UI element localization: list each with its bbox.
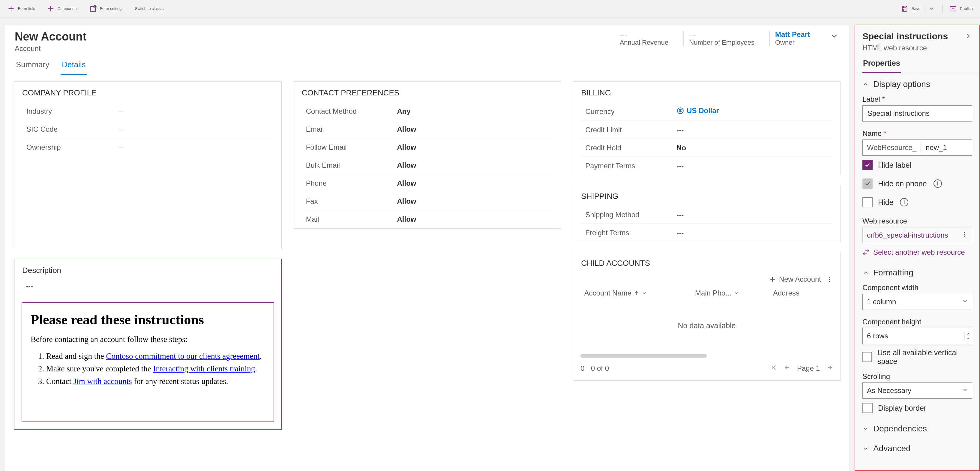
contoso-commitment-link[interactable]: Contoso commitment to our clients agreee…	[106, 352, 259, 361]
save-label: Save	[912, 6, 921, 11]
step3-text-b: for any recent status updates.	[132, 377, 228, 386]
save-button[interactable]: Save	[900, 3, 922, 14]
header-stat-owner[interactable]: Matt Peart Owner	[769, 30, 815, 46]
name-input[interactable]: WebResource_	[862, 140, 972, 156]
web-resource-more-icon[interactable]	[961, 231, 968, 239]
save-chevron-down[interactable]	[925, 5, 937, 13]
section-display-options[interactable]: Display options	[855, 73, 979, 93]
web-resource-value-row[interactable]: crfb6_special-instructions	[862, 227, 972, 243]
credit-hold-label: Credit Hold	[581, 144, 676, 152]
step2-text-b: .	[255, 364, 257, 373]
publish-button[interactable]: Publish	[948, 3, 974, 14]
jim-accounts-link[interactable]: Jim with accounts	[73, 377, 132, 386]
more-commands-button[interactable]	[826, 276, 833, 283]
section-shipping[interactable]: SHIPPING Shipping Method --- Freight Ter…	[573, 185, 840, 242]
section-company-profile[interactable]: COMPANY PROFILE Industry --- SIC Code --…	[14, 81, 282, 249]
field-bulk-email[interactable]: Bulk Email Allow	[301, 156, 554, 174]
svg-rect-7	[903, 6, 906, 8]
properties-panel: Special instructions HTML web resource P…	[854, 25, 980, 471]
bulk-email-value: Allow	[397, 161, 554, 170]
section-billing[interactable]: BILLING Currency US Dollar Credit Limit …	[573, 81, 840, 175]
field-fax[interactable]: Fax Allow	[301, 192, 554, 210]
field-credit-hold[interactable]: Credit Hold No	[581, 139, 833, 157]
training-link[interactable]: Interacting with clients training	[153, 364, 255, 373]
step1-text-b: .	[260, 352, 262, 361]
width-select[interactable]: 1 column	[862, 294, 972, 310]
display-border-checkbox[interactable]	[862, 403, 873, 413]
tab-details[interactable]: Details	[60, 57, 87, 75]
industry-value: ---	[118, 107, 274, 116]
properties-tab[interactable]: Properties	[862, 55, 901, 73]
section-contact-preferences[interactable]: CONTACT PREFERENCES Contact Method Any E…	[294, 81, 561, 229]
field-credit-limit[interactable]: Credit Limit ---	[581, 121, 833, 139]
field-freight-terms[interactable]: Freight Terms ---	[581, 224, 833, 242]
record-title: New Account	[15, 30, 86, 43]
col-main-phone[interactable]: Main Pho...	[695, 289, 773, 297]
phone-value: Allow	[397, 179, 554, 188]
new-account-button[interactable]: New Account	[769, 275, 821, 283]
billing-title: BILLING	[573, 81, 840, 102]
spinner-up[interactable]	[964, 332, 972, 336]
pager-first-icon[interactable]	[771, 364, 777, 372]
spinner-down[interactable]	[964, 336, 972, 341]
section-child-accounts[interactable]: CHILD ACCOUNTS New Account Account Name	[573, 252, 840, 381]
section-formatting[interactable]: Formatting	[855, 261, 979, 281]
field-sic[interactable]: SIC Code ---	[22, 120, 274, 138]
field-contact-method[interactable]: Contact Method Any	[301, 102, 554, 120]
command-bar: Form field Component Form settings Switc…	[0, 0, 980, 18]
use-all-vertical-checkbox[interactable]	[862, 352, 872, 362]
pager-next-icon[interactable]	[826, 364, 833, 372]
field-industry[interactable]: Industry ---	[22, 102, 274, 120]
grid-horizontal-scrollbar[interactable]	[581, 354, 833, 358]
label-input[interactable]	[862, 105, 972, 121]
sic-value: ---	[118, 125, 274, 134]
select-another-web-resource-link[interactable]: Select another web resource	[855, 243, 979, 261]
form-field-button[interactable]: Form field	[6, 3, 37, 14]
header-stat-employees[interactable]: --- Number of Employees	[683, 30, 760, 46]
follow-email-label: Follow Email	[301, 143, 397, 151]
hide-checkbox[interactable]	[862, 197, 873, 207]
ownership-value: ---	[118, 143, 274, 151]
switch-to-classic-button[interactable]: Switch to classic	[134, 5, 165, 13]
component-button[interactable]: Component	[46, 3, 79, 14]
svg-point-23	[964, 236, 965, 237]
field-ownership[interactable]: Ownership ---	[22, 138, 274, 156]
field-mail[interactable]: Mail Allow	[301, 210, 554, 228]
collapse-properties-icon[interactable]	[964, 32, 972, 41]
section-dependencies[interactable]: Dependencies	[855, 417, 979, 437]
field-phone[interactable]: Phone Allow	[301, 174, 554, 192]
hide-label-checkbox[interactable]	[862, 160, 873, 170]
web-resource-special-instructions[interactable]: Please read these instructions Before co…	[22, 302, 274, 422]
name-input-inner[interactable]	[925, 143, 968, 152]
form-settings-button[interactable]: Form settings	[88, 3, 125, 14]
info-icon[interactable]: i	[934, 180, 942, 188]
pager-prev-icon[interactable]	[784, 364, 791, 372]
field-currency[interactable]: Currency US Dollar	[581, 102, 833, 121]
tab-summary[interactable]: Summary	[15, 57, 50, 75]
col-account-name[interactable]: Account Name	[581, 289, 695, 297]
field-email[interactable]: Email Allow	[301, 120, 554, 138]
label-input-inner[interactable]	[867, 109, 968, 118]
field-payment-terms[interactable]: Payment Terms ---	[581, 157, 833, 175]
section-description[interactable]: Description --- Please read these instru…	[14, 259, 282, 430]
employees-value: ---	[689, 30, 754, 39]
height-spinner[interactable]: 6 rows	[862, 328, 972, 344]
step2-text-a: Make sure you've completed the	[46, 364, 153, 373]
properties-title: Special instructions	[862, 31, 948, 41]
component-label: Component	[57, 6, 78, 11]
webres-step-2: Make sure you've completed the Interacti…	[46, 363, 265, 375]
web-resource-value: crfb6_special-instructions	[867, 231, 948, 239]
header-chevron-down[interactable]	[829, 30, 840, 43]
info-icon[interactable]: i	[900, 198, 908, 207]
field-follow-email[interactable]: Follow Email Allow	[301, 138, 554, 156]
col-address[interactable]: Address	[773, 289, 833, 297]
scrolling-select[interactable]: As Necessary	[862, 382, 972, 399]
credit-limit-label: Credit Limit	[581, 126, 676, 134]
header-stat-revenue[interactable]: --- Annual Revenue	[614, 30, 674, 46]
mail-value: Allow	[397, 215, 554, 223]
field-shipping-method[interactable]: Shipping Method ---	[581, 206, 833, 224]
hide-label-label: Hide label	[878, 161, 911, 170]
fax-value: Allow	[397, 197, 554, 205]
hide-label-text: Hide	[878, 198, 893, 207]
section-advanced[interactable]: Advanced	[855, 437, 979, 457]
